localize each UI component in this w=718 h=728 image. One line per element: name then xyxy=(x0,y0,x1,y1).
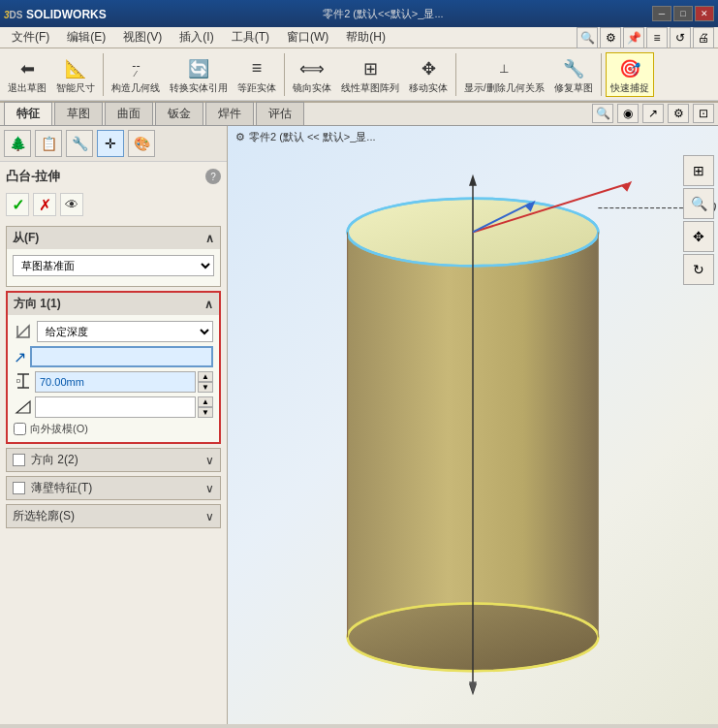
depth-value-input[interactable]: 70.00mm xyxy=(35,371,196,393)
ok-button[interactable]: ✓ xyxy=(6,193,29,216)
draft-angle-increment[interactable]: ▲ xyxy=(198,396,213,407)
pin-icon[interactable]: 📌 xyxy=(623,27,644,48)
quick-snap-button[interactable]: 🎯 快速捕捉 xyxy=(606,52,654,97)
move-entity-button[interactable]: ✥ 移动实体 xyxy=(405,53,452,96)
from-section-header[interactable]: 从(F) ∧ xyxy=(7,227,220,249)
convert-entity-button[interactable]: 🔄 转换实体引用 xyxy=(166,53,232,96)
menu-help[interactable]: 帮助(H) xyxy=(338,27,393,47)
from-section-label: 从(F) xyxy=(13,230,39,246)
menu-edit[interactable]: 编辑(E) xyxy=(59,27,113,47)
linear-array-icon: ⊞ xyxy=(357,55,384,82)
thin-feature-check-icon xyxy=(13,482,25,494)
view-zoom-button[interactable]: 🔍 xyxy=(683,188,714,219)
toolbar-separator-3 xyxy=(455,53,456,96)
toolbar-area: ⬅ 退出草图 📐 智能尺寸 ⚋⁄ 构造几何线 🔄 转换实体引用 ≡ 等距实体 ⟺… xyxy=(0,48,718,103)
config-icon[interactable]: 🔧 xyxy=(66,130,93,157)
draft-angle-spinner: ▲ ▼ xyxy=(198,396,213,418)
depth-decrement-button[interactable]: ▼ xyxy=(198,382,213,393)
tab-evaluate[interactable]: 评估 xyxy=(256,102,304,125)
main-toolbar: ⬅ 退出草图 📐 智能尺寸 ⚋⁄ 构造几何线 🔄 转换实体引用 ≡ 等距实体 ⟺… xyxy=(0,48,718,101)
close-button[interactable]: ✕ xyxy=(695,6,714,21)
menu-file[interactable]: 文件(F) xyxy=(4,27,57,47)
app-logo: 3DS SOLIDWORKS xyxy=(4,7,107,21)
depth-increment-button[interactable]: ▲ xyxy=(198,371,213,382)
tab-sheetmetal[interactable]: 钣金 xyxy=(155,102,203,125)
direction1-section: 方向 1(1) ∧ 给定深度 xyxy=(6,291,221,444)
smart-dimension-button[interactable]: 📐 智能尺寸 xyxy=(52,53,99,96)
viewport-option-icon[interactable]: ◉ xyxy=(617,104,639,123)
viewport-arrow-icon[interactable]: ↗ xyxy=(642,104,664,123)
mirror-button[interactable]: ⟺ 镜向实体 xyxy=(289,53,335,96)
right-toolbar: ⊞ 🔍 ✥ ↻ xyxy=(683,155,714,285)
thin-feature-chevron-icon: ∨ xyxy=(205,482,214,495)
options-icon[interactable]: ⚙ xyxy=(600,27,621,48)
menu-window[interactable]: 窗口(W) xyxy=(279,27,336,47)
direction2-header[interactable]: 方向 2(2) ∨ xyxy=(7,449,220,471)
selected-contour-label: 所选轮廓(S) xyxy=(13,508,75,524)
feature-panel-content: 凸台-拉伸 ? ✓ ✗ 👁 从(F) ∧ 草图基准面 xyxy=(0,162,227,724)
linear-array-button[interactable]: ⊞ 线性草图阵列 xyxy=(337,53,403,96)
tab-surface[interactable]: 曲面 xyxy=(105,102,153,125)
show-relation-button[interactable]: ⊥ 显示/删除几何关系 xyxy=(460,53,548,96)
minimize-button[interactable]: ─ xyxy=(652,6,671,21)
refresh-icon[interactable]: ↺ xyxy=(670,27,691,48)
repair-sketch-button[interactable]: 🔧 修复草图 xyxy=(550,53,597,96)
svg-marker-18 xyxy=(621,181,632,192)
exit-sketch-button[interactable]: ⬅ 退出草图 xyxy=(4,53,50,96)
view-rotate-button[interactable]: ↻ xyxy=(683,254,714,285)
draft-angle-input[interactable] xyxy=(35,396,196,418)
linear-array-label: 线性草图阵列 xyxy=(341,82,399,94)
feature-tree-icon[interactable]: 🌲 xyxy=(4,130,31,157)
viewport-search-icon[interactable]: 🔍 xyxy=(592,104,613,123)
view-orient-button[interactable]: ⊞ xyxy=(683,155,714,186)
offset-entity-button[interactable]: ≡ 等距实体 xyxy=(234,53,280,96)
convert-icon: 🔄 xyxy=(185,55,212,82)
svg-marker-6 xyxy=(16,401,30,413)
thin-feature-header[interactable]: 薄壁特征(T) ∨ xyxy=(7,477,220,499)
viewport-settings-icon[interactable]: ⚙ xyxy=(668,104,689,123)
feature-icon[interactable]: ✛ xyxy=(97,130,124,157)
menu-tools[interactable]: 工具(T) xyxy=(224,27,277,47)
display-icon[interactable]: 🎨 xyxy=(128,130,155,157)
svg-text:D: D xyxy=(16,378,21,384)
property-icon[interactable]: 📋 xyxy=(35,130,62,157)
window-controls: ─ □ ✕ xyxy=(652,6,714,21)
tab-weldment[interactable]: 焊件 xyxy=(205,102,254,125)
toolbar-separator-2 xyxy=(284,53,285,96)
search-icon[interactable]: 🔍 xyxy=(577,27,598,48)
cancel-button[interactable]: ✗ xyxy=(33,193,56,216)
smart-dimension-label: 智能尺寸 xyxy=(56,82,95,94)
selected-contour-header[interactable]: 所选轮廓(S) ∨ xyxy=(7,505,220,527)
toolbar-icon[interactable]: ≡ xyxy=(646,27,668,48)
mirror-icon: ⟺ xyxy=(298,55,326,82)
preview-button[interactable]: 👁 xyxy=(60,193,83,216)
from-value-select[interactable]: 草图基准面 xyxy=(13,255,214,276)
svg-marker-15 xyxy=(469,174,477,186)
direction-input[interactable] xyxy=(30,346,213,367)
direction1-header[interactable]: 方向 1(1) ∧ xyxy=(8,293,219,315)
3d-viewport[interactable]: ⚙ 零件2 (默认 << 默认>_显... 软件学院 www.rjxy.com xyxy=(228,126,718,724)
direction1-chevron-icon: ∧ xyxy=(204,298,213,311)
menu-view[interactable]: 视图(V) xyxy=(115,27,170,47)
draft-angle-decrement[interactable]: ▼ xyxy=(198,407,213,418)
depth-value-row: D 70.00mm ▲ ▼ xyxy=(14,371,213,393)
relation-icon: ⊥ xyxy=(490,55,517,82)
draft-checkbox[interactable] xyxy=(14,423,26,435)
viewport-mode-icon[interactable]: ⊡ xyxy=(693,104,714,123)
view-pan-button[interactable]: ✥ xyxy=(683,221,714,252)
selected-contour-chevron-icon: ∨ xyxy=(205,510,214,523)
maximize-button[interactable]: □ xyxy=(673,6,693,21)
menu-insert[interactable]: 插入(I) xyxy=(172,27,221,47)
selected-contour-section: 所选轮廓(S) ∨ xyxy=(6,504,221,528)
repair-icon: 🔧 xyxy=(560,55,587,82)
tab-feature[interactable]: 特征 xyxy=(4,102,52,125)
construct-line-button[interactable]: ⚋⁄ 构造几何线 xyxy=(108,53,164,96)
svg-marker-0 xyxy=(17,326,29,337)
tab-sketch[interactable]: 草图 xyxy=(54,102,103,125)
repair-label: 修复草图 xyxy=(554,82,593,94)
help-button[interactable]: ? xyxy=(205,169,221,184)
depth-type-select[interactable]: 给定深度 xyxy=(37,321,213,342)
mirror-label: 镜向实体 xyxy=(293,82,331,94)
print-icon[interactable]: 🖨 xyxy=(693,27,714,48)
quick-snap-icon: 🎯 xyxy=(616,55,643,82)
